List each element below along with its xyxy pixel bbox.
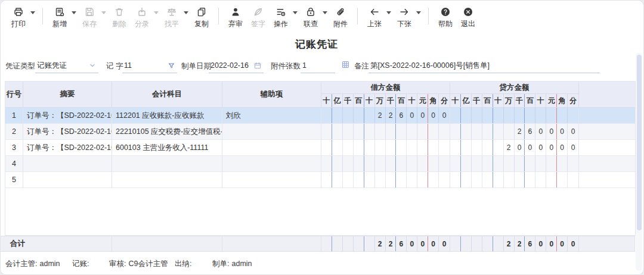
amount-digit-cell [482, 172, 493, 188]
account-cell[interactable]: 112201 应收账款-应收账款 [112, 108, 222, 123]
voucher-row-1[interactable]: 1订单号：【SD-2022-02-16-00003...112201 应收账款-… [5, 108, 635, 124]
exit-button[interactable]: 退出 [459, 6, 478, 29]
amount-digit-cell: 亿 [332, 94, 343, 107]
aux-cell[interactable] [222, 124, 321, 139]
calendar-icon[interactable] [253, 61, 262, 70]
amount-digit-cell [428, 172, 439, 188]
amount-digit-cell: 分 [568, 94, 578, 107]
next-voucher-button[interactable]: 下张 [395, 6, 414, 29]
operate-button[interactable]: 操作 [271, 6, 290, 29]
balance-dropdown-caret[interactable] [184, 11, 188, 14]
print-dropdown-caret[interactable] [30, 11, 35, 14]
summary-cell[interactable]: 订单号：【SD-2022-02-16-00003... [23, 108, 112, 123]
voucher-type-select[interactable]: 记账凭证 [35, 58, 98, 73]
amount-digit-cell [493, 108, 504, 123]
sign-button[interactable]: 签字 [249, 6, 268, 29]
amount-digit-cell [461, 236, 472, 251]
amount-digit-cell [375, 124, 386, 139]
voucher-row-4[interactable]: 4 [5, 156, 635, 172]
filler-cell [579, 172, 635, 188]
save-button[interactable]: 保存 [80, 6, 99, 29]
summary-cell[interactable]: 订单号：【SD-2022-02-16-00003... [23, 124, 112, 139]
summary-cell[interactable] [23, 172, 112, 188]
voucher-row-2[interactable]: 2订单号：【SD-2022-02-16-00003...22210105 应交税… [5, 124, 635, 140]
debit-amount-cell[interactable] [321, 140, 450, 155]
print-button[interactable]: 打印 [9, 6, 28, 29]
amount-digit-cell: 0 [417, 236, 428, 251]
amount-digit-cell: 元 [546, 94, 557, 107]
credit-amount-cell[interactable] [450, 156, 579, 171]
amount-digit-cell [354, 124, 364, 139]
credit-amount-cell[interactable] [450, 172, 579, 188]
remark-input[interactable]: 第[XS-2022-02-16-00006]号[销售单] [369, 58, 600, 73]
entry-button[interactable]: 分录 [132, 6, 151, 29]
account-cell[interactable] [112, 156, 222, 171]
scrollbar-thumb[interactable] [637, 55, 642, 230]
chevron-down-icon[interactable] [88, 61, 97, 70]
entry-dropdown-caret[interactable] [154, 11, 159, 14]
amount-digit-cell: 百 [525, 94, 535, 107]
page-title: 记账凭证 [1, 38, 633, 51]
doc-add-icon [54, 6, 65, 18]
amount-digit-cell: 0 [439, 236, 450, 251]
attachments-input[interactable]: 1 [301, 58, 335, 73]
amount-digit-cell: 2 [515, 124, 525, 139]
operate-dropdown-caret[interactable] [293, 11, 298, 14]
aux-cell[interactable]: 刘欣 [222, 108, 321, 123]
amount-digit-cell [472, 156, 482, 171]
row-number: 5 [5, 172, 23, 188]
prev-voucher-button[interactable]: 上张 [365, 6, 384, 29]
help-circle-icon [440, 6, 451, 18]
next-voucher-dropdown-caret[interactable] [416, 11, 421, 14]
toolbar-separator [428, 8, 429, 24]
filter-funnel-icon[interactable] [168, 62, 175, 70]
amount-digit-cell: 万 [504, 94, 515, 107]
copy-button[interactable]: 复制 [192, 6, 211, 29]
abacus-grid-icon[interactable] [341, 60, 350, 71]
debit-amount-cell[interactable]: 2260000 [321, 108, 450, 123]
credit-amount-cell[interactable] [450, 108, 579, 123]
delete-button[interactable]: 删除 [110, 6, 129, 29]
prev-voucher-dropdown-caret[interactable] [386, 11, 391, 14]
feather-icon [253, 6, 264, 18]
attachment-button[interactable]: 附件 [331, 6, 350, 29]
save-dropdown-caret[interactable] [101, 11, 106, 14]
linkquery-dropdown-caret[interactable] [323, 11, 327, 14]
voucher-window: 打印新增保存删除分录找平复制弃审签字操作联查附件上张下张帮助退出 记账凭证 凭证… [0, 0, 644, 275]
voucher-row-3[interactable]: 3订单号：【SD-2022-02-16-00003...600103 主营业务收… [5, 140, 635, 156]
credit-amount-cell[interactable]: 2000000 [450, 140, 579, 155]
aux-cell[interactable] [222, 172, 321, 188]
amount-digit-cell [439, 140, 450, 155]
aux-cell[interactable] [222, 156, 321, 171]
amount-digit-cell [332, 124, 343, 139]
add-dropdown-caret[interactable] [72, 11, 76, 14]
word-no-input[interactable]: 11 [122, 58, 177, 73]
amount-digit-cell [504, 172, 515, 188]
balance-button[interactable]: 找平 [162, 6, 181, 29]
amount-digit-cell [321, 140, 332, 155]
amount-digit-cell [364, 140, 375, 155]
lock-icon [305, 6, 316, 18]
account-cell[interactable] [112, 172, 222, 188]
debit-amount-cell[interactable] [321, 172, 450, 188]
vertical-scrollbar[interactable] [636, 53, 642, 271]
amount-digit-cell [493, 172, 504, 188]
debit-amount-cell[interactable] [321, 156, 450, 171]
help-button[interactable]: 帮助 [436, 6, 455, 29]
amount-digit-cell [343, 140, 354, 155]
unapprove-button[interactable]: 弃审 [226, 6, 245, 29]
linkquery-button[interactable]: 联查 [301, 6, 320, 29]
account-cell[interactable]: 600103 主营业务收入-11111 [112, 140, 222, 155]
debit-amount-cell[interactable] [321, 124, 450, 139]
amount-digit-cell [557, 156, 568, 171]
voucher-row-5[interactable]: 5 [5, 172, 635, 188]
credit-amount-cell[interactable]: 260000 [450, 124, 579, 139]
summary-cell[interactable] [23, 156, 112, 171]
account-cell[interactable]: 22210105 应交税费-应交增值税-销项税款 [112, 124, 222, 139]
amount-digit-cell [546, 156, 557, 171]
add-button[interactable]: 新增 [50, 6, 69, 29]
summary-cell[interactable]: 订单号：【SD-2022-02-16-00003... [23, 140, 112, 155]
amount-digit-cell [343, 108, 354, 123]
aux-cell[interactable] [222, 140, 321, 155]
date-input[interactable]: 2022-02-16 [209, 58, 264, 73]
